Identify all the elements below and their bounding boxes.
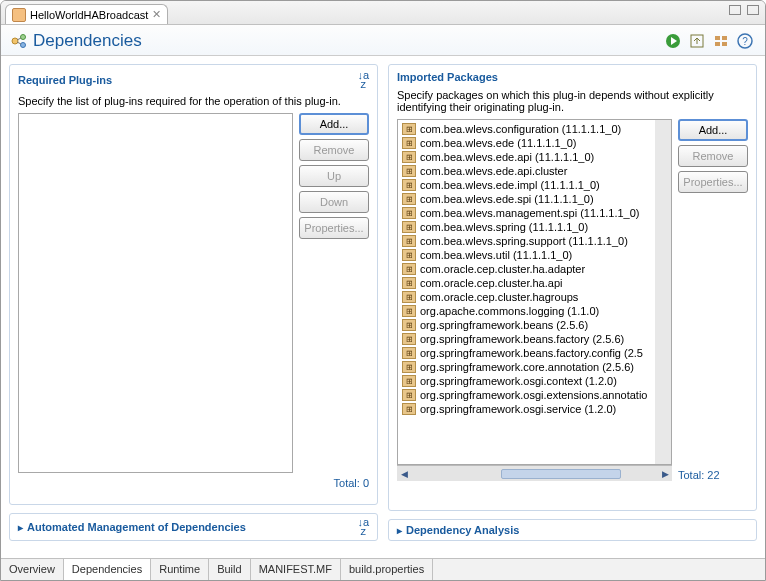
sort-az-icon[interactable]: ↓a z xyxy=(357,71,369,89)
editor-tab[interactable]: HelloWorldHABroadcast ✕ xyxy=(5,4,168,24)
package-icon: ⊞ xyxy=(402,137,416,149)
imported-packages-list[interactable]: ⊞com.bea.wlevs.configuration (11.1.1.1_0… xyxy=(398,120,655,464)
required-up-button: Up xyxy=(299,165,369,187)
package-label: org.apache.commons.logging (1.1.0) xyxy=(420,305,599,317)
package-item[interactable]: ⊞com.bea.wlevs.management.spi (11.1.1.1_… xyxy=(398,206,655,220)
automated-title: ▸Automated Management of Dependencies xyxy=(18,521,246,533)
package-item[interactable]: ⊞com.oracle.cep.cluster.ha.adapter xyxy=(398,262,655,276)
scroll-left-icon[interactable]: ◀ xyxy=(397,467,411,481)
imported-packages-title: Imported Packages xyxy=(397,71,498,83)
vertical-scrollbar[interactable] xyxy=(655,120,671,464)
package-icon: ⊞ xyxy=(402,277,416,289)
required-remove-button: Remove xyxy=(299,139,369,161)
package-label: com.bea.wlevs.configuration (11.1.1.1_0) xyxy=(420,123,621,135)
close-icon[interactable]: ✕ xyxy=(152,8,161,21)
package-label: com.bea.wlevs.spring.support (11.1.1.1_0… xyxy=(420,235,628,247)
package-label: com.bea.wlevs.management.spi (11.1.1.1_0… xyxy=(420,207,640,219)
package-label: org.springframework.core.annotation (2.5… xyxy=(420,361,634,373)
package-icon: ⊞ xyxy=(402,333,416,345)
left-column: Required Plug-ins ↓a z Specify the list … xyxy=(9,64,378,541)
bottom-tab-dependencies[interactable]: Dependencies xyxy=(64,559,151,580)
package-item[interactable]: ⊞org.springframework.beans (2.5.6) xyxy=(398,318,655,332)
tab-title: HelloWorldHABroadcast xyxy=(30,9,148,21)
svg-point-2 xyxy=(21,43,26,48)
package-label: org.springframework.beans.factory.config… xyxy=(420,347,643,359)
package-item[interactable]: ⊞com.bea.wlevs.ede.spi (11.1.1.1_0) xyxy=(398,192,655,206)
required-plugins-title: Required Plug-ins xyxy=(18,74,112,86)
horizontal-scrollbar[interactable]: ◀ ▶ xyxy=(397,465,672,481)
package-item[interactable]: ⊞com.bea.wlevs.ede.impl (11.1.1.1_0) xyxy=(398,178,655,192)
window-controls xyxy=(729,5,759,15)
package-item[interactable]: ⊞org.springframework.osgi.extensions.ann… xyxy=(398,388,655,402)
package-item[interactable]: ⊞com.oracle.cep.cluster.ha.api xyxy=(398,276,655,290)
page-title: Dependencies xyxy=(11,31,142,51)
package-icon: ⊞ xyxy=(402,263,416,275)
package-item[interactable]: ⊞com.bea.wlevs.ede (11.1.1.1_0) xyxy=(398,136,655,150)
svg-point-0 xyxy=(12,38,18,44)
package-label: com.bea.wlevs.ede.spi (11.1.1.1_0) xyxy=(420,193,594,205)
content-area: Required Plug-ins ↓a z Specify the list … xyxy=(1,56,765,549)
package-label: com.oracle.cep.cluster.ha.api xyxy=(420,277,562,289)
package-icon: ⊞ xyxy=(402,361,416,373)
svg-rect-11 xyxy=(722,42,727,46)
export-icon[interactable] xyxy=(689,33,705,49)
imported-packages-listwrap: ⊞com.bea.wlevs.configuration (11.1.1.1_0… xyxy=(397,119,672,481)
bottom-tab-manifest-mf[interactable]: MANIFEST.MF xyxy=(251,559,341,580)
package-item[interactable]: ⊞com.bea.wlevs.ede.api.cluster xyxy=(398,164,655,178)
package-item[interactable]: ⊞org.springframework.beans.factory.confi… xyxy=(398,346,655,360)
imported-total: Total: 22 xyxy=(678,469,748,481)
package-label: com.bea.wlevs.ede (11.1.1.1_0) xyxy=(420,137,577,149)
imported-add-button[interactable]: Add... xyxy=(678,119,748,141)
package-item[interactable]: ⊞org.springframework.osgi.context (1.2.0… xyxy=(398,374,655,388)
page-header: Dependencies ? xyxy=(1,25,765,56)
package-icon: ⊞ xyxy=(402,319,416,331)
package-label: com.bea.wlevs.ede.impl (11.1.1.1_0) xyxy=(420,179,600,191)
bottom-tab-build-properties[interactable]: build.properties xyxy=(341,559,433,580)
required-plugins-list[interactable] xyxy=(18,113,293,473)
bottom-tab-runtime[interactable]: Runtime xyxy=(151,559,209,580)
package-item[interactable]: ⊞com.bea.wlevs.util (11.1.1.1_0) xyxy=(398,248,655,262)
imported-packages-section: Imported Packages Specify packages on wh… xyxy=(388,64,757,511)
scroll-right-icon[interactable]: ▶ xyxy=(658,467,672,481)
analysis-title: ▸Dependency Analysis xyxy=(397,524,519,536)
required-properties-button: Properties... xyxy=(299,217,369,239)
maximize-icon[interactable] xyxy=(747,5,759,15)
scroll-thumb[interactable] xyxy=(501,469,621,479)
twisty-icon: ▸ xyxy=(18,522,23,533)
package-item[interactable]: ⊞com.bea.wlevs.configuration (11.1.1.1_0… xyxy=(398,122,655,136)
bottom-tab-overview[interactable]: Overview xyxy=(1,559,64,580)
imported-buttons: Add... Remove Properties... Total: 22 xyxy=(678,119,748,481)
package-icon: ⊞ xyxy=(402,347,416,359)
required-total: Total: 0 xyxy=(18,477,369,489)
organize-icon[interactable] xyxy=(713,33,729,49)
package-icon: ⊞ xyxy=(402,151,416,163)
package-label: org.springframework.osgi.context (1.2.0) xyxy=(420,375,617,387)
package-item[interactable]: ⊞com.oracle.cep.cluster.hagroups xyxy=(398,290,655,304)
package-item[interactable]: ⊞com.bea.wlevs.ede.api (11.1.1.1_0) xyxy=(398,150,655,164)
svg-rect-9 xyxy=(722,36,727,40)
package-label: org.springframework.osgi.service (1.2.0) xyxy=(420,403,616,415)
plugin-icon xyxy=(12,8,26,22)
required-add-button[interactable]: Add... xyxy=(299,113,369,135)
package-item[interactable]: ⊞com.bea.wlevs.spring (11.1.1.1_0) xyxy=(398,220,655,234)
required-down-button: Down xyxy=(299,191,369,213)
svg-text:?: ? xyxy=(742,36,748,47)
package-item[interactable]: ⊞org.springframework.osgi.service (1.2.0… xyxy=(398,402,655,416)
package-item[interactable]: ⊞org.springframework.core.annotation (2.… xyxy=(398,360,655,374)
bottom-tab-build[interactable]: Build xyxy=(209,559,250,580)
package-label: com.bea.wlevs.util (11.1.1.1_0) xyxy=(420,249,572,261)
package-icon: ⊞ xyxy=(402,207,416,219)
package-icon: ⊞ xyxy=(402,249,416,261)
sort-az-icon[interactable]: ↓a z xyxy=(357,518,369,536)
package-icon: ⊞ xyxy=(402,403,416,415)
help-icon[interactable]: ? xyxy=(737,33,753,49)
minimize-icon[interactable] xyxy=(729,5,741,15)
package-item[interactable]: ⊞org.apache.commons.logging (1.1.0) xyxy=(398,304,655,318)
automated-dependencies-section[interactable]: ▸Automated Management of Dependencies ↓a… xyxy=(9,513,378,541)
package-label: com.oracle.cep.cluster.hagroups xyxy=(420,291,578,303)
package-item[interactable]: ⊞com.bea.wlevs.spring.support (11.1.1.1_… xyxy=(398,234,655,248)
dependency-analysis-section[interactable]: ▸Dependency Analysis xyxy=(388,519,757,541)
run-icon[interactable] xyxy=(665,33,681,49)
package-label: com.bea.wlevs.ede.api.cluster xyxy=(420,165,567,177)
package-item[interactable]: ⊞org.springframework.beans.factory (2.5.… xyxy=(398,332,655,346)
